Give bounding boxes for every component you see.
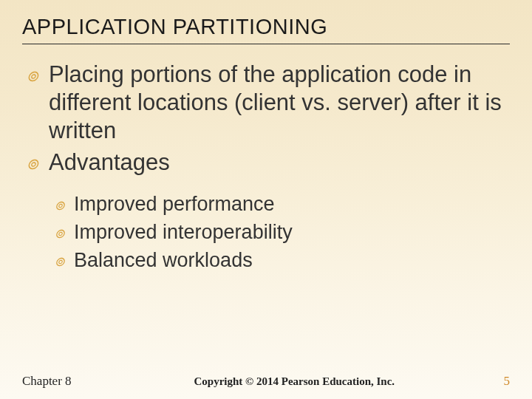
sub-bullet-text: Balanced workloads [74, 248, 253, 274]
bullet-item: ๏ Placing portions of the application co… [27, 61, 510, 144]
copyright-text: Copyright © 2014 Pearson Education, Inc. [101, 375, 488, 388]
bullet-item: ๏ Advantages [27, 149, 510, 177]
page-number: 5 [488, 374, 510, 389]
flourish-icon: ๏ [27, 61, 49, 88]
flourish-icon: ๏ [55, 219, 74, 244]
footer: Chapter 8 Copyright © 2014 Pearson Educa… [22, 374, 510, 389]
sub-bullet-group: ๏ Improved performance ๏ Improved intero… [55, 191, 510, 273]
sub-bullet-item: ๏ Improved performance [55, 191, 510, 218]
chapter-label: Chapter 8 [22, 374, 72, 389]
flourish-icon: ๏ [27, 149, 49, 176]
flourish-icon: ๏ [55, 191, 74, 216]
flourish-icon: ๏ [55, 248, 74, 272]
sub-bullet-text: Improved performance [74, 191, 275, 218]
bullet-text: Advantages [49, 149, 170, 177]
sub-bullet-item: ๏ Improved interoperability [55, 219, 510, 246]
slide: APPLICATION PARTITIONING ๏ Placing porti… [0, 0, 532, 399]
sub-bullet-text: Improved interoperability [74, 219, 293, 246]
slide-title: APPLICATION PARTITIONING [22, 15, 510, 44]
bullet-text: Placing portions of the application code… [49, 61, 510, 144]
sub-bullet-item: ๏ Balanced workloads [55, 248, 510, 274]
